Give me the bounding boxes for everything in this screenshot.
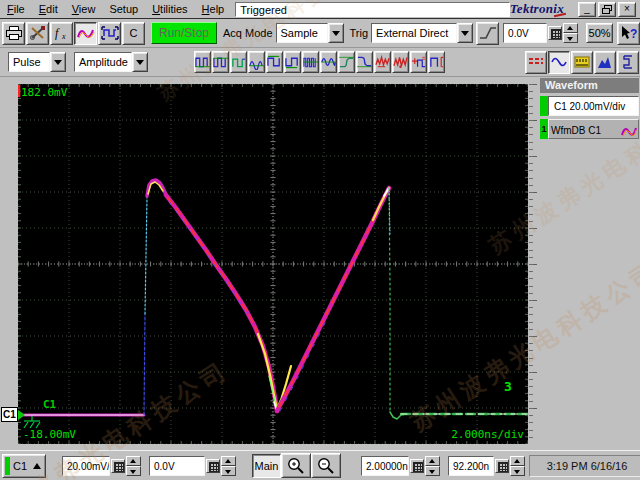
zoom-out-button[interactable] xyxy=(311,453,341,478)
keypad-button[interactable] xyxy=(206,459,220,473)
vertical-scale-spinner[interactable] xyxy=(126,456,141,476)
meas-class-dropdown-button[interactable] xyxy=(50,52,66,72)
spinner-up-icon[interactable] xyxy=(221,456,236,466)
channel-color-stripe xyxy=(5,457,10,475)
keypad-button[interactable] xyxy=(111,459,125,473)
run-stop-button[interactable]: Run/Stop xyxy=(151,22,217,44)
menu-view[interactable]: View xyxy=(65,1,103,18)
context-help-button[interactable]: ? xyxy=(617,22,640,45)
meas-class-select[interactable]: Pulse xyxy=(8,52,66,72)
trigger-source-value: External Direct xyxy=(371,23,457,43)
zoom-out-icon xyxy=(316,457,336,475)
pulse-select-button[interactable] xyxy=(98,22,121,45)
waveform-mode-button[interactable] xyxy=(74,22,97,45)
meas-dbm-button[interactable] xyxy=(410,51,427,73)
horizontal-controls-bar: C1 20.00mV/ 0.0V Main 2.00000ns 92.200n xyxy=(0,450,640,480)
vertical-offset-spinner[interactable] xyxy=(221,456,236,476)
minimize-button[interactable]: _ xyxy=(578,2,596,17)
fall-time-icon xyxy=(357,54,372,70)
waveform-database-label: WfmDB C1 xyxy=(551,125,621,136)
svg-text:x: x xyxy=(61,32,66,41)
histogram-tab-button[interactable] xyxy=(594,51,616,74)
waveform-scale-row[interactable]: C1 20.00mV/div xyxy=(540,96,639,116)
spinner-up-icon[interactable] xyxy=(563,23,578,33)
waveform-database-row[interactable]: 1 WfmDB C1 xyxy=(540,119,639,139)
meas-neg-width-button[interactable] xyxy=(212,51,229,73)
meas-type-dropdown-button[interactable] xyxy=(132,52,148,72)
svg-text:?: ? xyxy=(630,27,637,41)
meas-type-select[interactable]: Amplitude xyxy=(74,52,148,72)
trigger-level-field[interactable]: 0.0V xyxy=(503,23,547,43)
meas-jitter-button[interactable] xyxy=(374,51,391,73)
meas-neg-duty-button[interactable] xyxy=(284,51,301,73)
waveform-tab-icon xyxy=(551,55,567,69)
meas-mask-button[interactable] xyxy=(428,51,445,73)
spinner-down-icon[interactable] xyxy=(425,466,440,476)
keypad-button[interactable] xyxy=(548,26,562,40)
acq-mode-dropdown-button[interactable] xyxy=(328,23,344,43)
zoom-level-button[interactable]: 50% xyxy=(586,23,613,43)
top-scale-label: 182.0mV xyxy=(21,86,68,99)
main-timebase-button[interactable]: Main xyxy=(252,454,281,478)
menu-edit[interactable]: Edit xyxy=(32,1,65,18)
cursors-tab-button[interactable] xyxy=(525,51,547,74)
spinner-down-icon[interactable] xyxy=(221,466,236,476)
acq-mode-select[interactable]: Sample xyxy=(276,23,344,43)
meas-jitter-rms-button[interactable] xyxy=(392,51,409,73)
spinner-down-icon[interactable] xyxy=(563,33,578,43)
jitter-rms-icon xyxy=(393,54,408,70)
spinner-down-icon[interactable] xyxy=(510,466,525,476)
vertical-offset-group: 0.0V xyxy=(149,456,236,476)
keypad-button[interactable] xyxy=(410,459,424,473)
meas-burst-width-button[interactable] xyxy=(302,51,319,73)
print-button[interactable] xyxy=(2,22,25,45)
meas-fall-time-button[interactable] xyxy=(356,51,373,73)
menu-help[interactable]: Help xyxy=(195,1,232,18)
keypad-button[interactable] xyxy=(495,459,509,473)
graticule: 182.0mV -18.00mV 2.000ns/div 3 C1 xyxy=(18,84,528,444)
spinner-up-icon[interactable] xyxy=(126,456,141,466)
timebase-spinner[interactable] xyxy=(425,456,440,476)
zoom-in-button[interactable] xyxy=(281,453,311,478)
period-icon xyxy=(231,54,246,70)
spinner-down-icon[interactable] xyxy=(126,466,141,476)
trigger-source-dropdown-button[interactable] xyxy=(457,23,473,43)
meas-pos-duty-button[interactable] xyxy=(266,51,283,73)
waveform-tab-button[interactable] xyxy=(548,51,570,74)
trig-label: Trig xyxy=(350,27,369,39)
menu-setup[interactable]: Setup xyxy=(102,1,145,18)
spinner-up-icon[interactable] xyxy=(510,456,525,466)
menu-utilities[interactable]: Utilities xyxy=(145,1,194,18)
main-toolbar: fx C Run/Stop Acq Mode Sample Trig Exter… xyxy=(0,19,640,48)
trigger-level-spinner[interactable] xyxy=(563,23,578,43)
channel-select-button[interactable]: C1 xyxy=(2,454,46,478)
spinner-up-icon[interactable] xyxy=(425,456,440,466)
restore-button[interactable] xyxy=(598,2,616,17)
setup-tools-button[interactable] xyxy=(26,22,49,45)
meas-pos-width-button[interactable] xyxy=(194,51,211,73)
trigger-source-select[interactable]: External Direct xyxy=(371,23,473,43)
delay-field[interactable]: 92.200n xyxy=(448,456,494,476)
title-menu-bar: File Edit View Setup Utilities Help Trig… xyxy=(0,0,640,19)
clear-button[interactable]: C xyxy=(122,22,145,45)
vertical-offset-field[interactable]: 0.0V xyxy=(149,456,205,476)
meas-period-button[interactable] xyxy=(230,51,247,73)
menu-file[interactable]: File xyxy=(0,1,32,18)
measure-tab-button[interactable] xyxy=(571,51,593,74)
vertical-scale-field[interactable]: 20.00mV/ xyxy=(62,456,110,476)
timebase-field[interactable]: 2.00000ns xyxy=(361,456,409,476)
dbm-icon xyxy=(411,54,426,70)
channel-marker-label: C1 xyxy=(1,407,18,422)
trigger-slope-button[interactable] xyxy=(476,22,499,45)
channel-reference-marker[interactable]: C1 xyxy=(1,407,25,422)
waveform-panel: Waveform C1 20.00mV/div 1 WfmDB C1 xyxy=(540,78,639,449)
mask-tab-button[interactable] xyxy=(617,51,639,74)
meas-cycles-button[interactable] xyxy=(320,51,337,73)
meas-rise-time-button[interactable] xyxy=(338,51,355,73)
delay-spinner[interactable] xyxy=(510,456,525,476)
mask-pulse-icon xyxy=(429,54,444,70)
math-button[interactable]: fx xyxy=(50,22,73,45)
tools-icon xyxy=(29,25,47,41)
close-button[interactable]: × xyxy=(618,2,636,17)
meas-frequency-button[interactable] xyxy=(248,51,265,73)
